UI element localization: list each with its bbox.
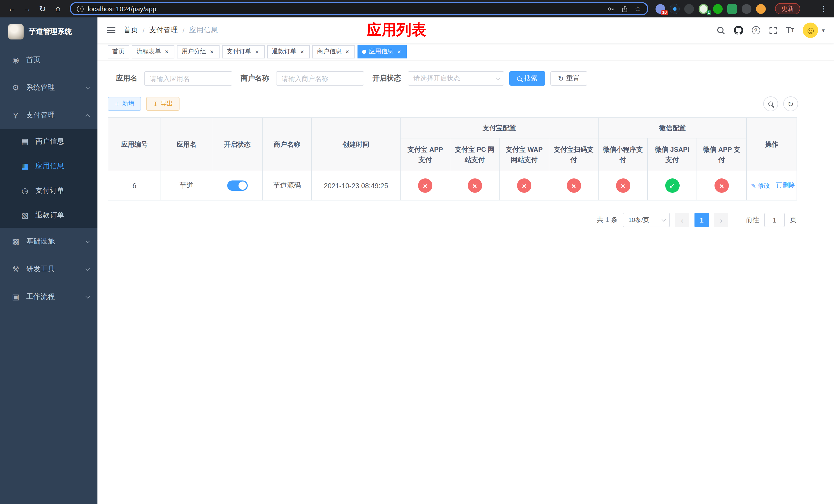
tab-process-form[interactable]: 流程表单 × bbox=[132, 45, 174, 58]
breadcrumb-payment[interactable]: 支付管理 bbox=[149, 26, 178, 35]
home-icon[interactable]: ⌂ bbox=[51, 2, 65, 15]
tab-app-info[interactable]: 应用信息 × bbox=[357, 45, 407, 58]
browser-menu-icon[interactable]: ⋮ bbox=[819, 4, 829, 13]
site-info-icon[interactable]: i bbox=[77, 5, 84, 12]
forward-icon[interactable]: → bbox=[21, 2, 34, 15]
tab-user-group[interactable]: 用户分组 × bbox=[177, 45, 220, 58]
export-button[interactable]: ↧ 导出 bbox=[146, 97, 179, 111]
close-icon[interactable]: × bbox=[396, 48, 402, 55]
sidebar-item-label: 研发工具 bbox=[26, 265, 55, 274]
alipay-app-status-icon: × bbox=[418, 178, 432, 193]
fullscreen-icon[interactable] bbox=[769, 26, 777, 35]
bookmark-star-icon[interactable]: ☆ bbox=[635, 5, 641, 13]
password-key-icon[interactable] bbox=[608, 5, 615, 13]
refresh-table-button[interactable]: ↻ bbox=[783, 96, 798, 111]
wechat-jsapi-status-icon: ✓ bbox=[665, 178, 679, 193]
font-size-icon[interactable]: TT bbox=[786, 26, 794, 35]
merchant-name-input[interactable] bbox=[276, 71, 364, 86]
search-button[interactable]: 搜索 bbox=[509, 71, 545, 86]
table-toolbar: + 新增 ↧ 导出 ↻ bbox=[108, 96, 798, 111]
search-icon bbox=[768, 101, 773, 106]
close-icon[interactable]: × bbox=[163, 48, 170, 55]
add-button[interactable]: + 新增 bbox=[108, 97, 141, 111]
toggle-search-button[interactable] bbox=[763, 96, 778, 111]
sidebar-item-label: 首页 bbox=[26, 55, 41, 65]
sidebar-item-workflow[interactable]: ▣ 工作流程 bbox=[0, 283, 97, 311]
extension-icon-notes[interactable] bbox=[727, 4, 737, 14]
search-icon[interactable] bbox=[716, 26, 725, 35]
goto-page-input[interactable] bbox=[764, 213, 785, 227]
close-icon[interactable]: × bbox=[299, 48, 305, 55]
apps-table: 应用编号 应用名 开启状态 商户名称 创建时间 支付宝配置 微信配置 操作 支付… bbox=[108, 117, 797, 201]
tab-refund-order[interactable]: 退款订单 × bbox=[267, 45, 310, 58]
column-header-wechat-mini: 微信小程序支付 bbox=[598, 138, 648, 171]
sidebar-item-payment[interactable]: ¥ 支付管理 bbox=[0, 101, 97, 129]
share-icon[interactable] bbox=[621, 5, 629, 13]
user-avatar: ☺ bbox=[803, 23, 818, 38]
reset-button[interactable]: ↻ 重置 bbox=[550, 71, 587, 86]
plus-icon: + bbox=[114, 100, 119, 108]
breadcrumb-home[interactable]: 首页 bbox=[124, 26, 138, 35]
column-header-create-time: 创建时间 bbox=[312, 118, 400, 171]
navbar-actions: ? TT ☺ ▾ bbox=[716, 23, 834, 38]
extension-icon-dark[interactable] bbox=[684, 4, 694, 14]
github-icon[interactable] bbox=[734, 26, 743, 35]
extension-icon-drop[interactable] bbox=[670, 4, 680, 14]
cell-app-id: 6 bbox=[108, 171, 161, 200]
column-header-merchant: 商户名称 bbox=[262, 118, 312, 171]
grid-icon: ▦ bbox=[21, 161, 29, 171]
sidebar-item-merchant-info[interactable]: ▤ 商户信息 bbox=[0, 129, 97, 154]
sidebar-item-infra[interactable]: ▩ 基础设施 bbox=[0, 228, 97, 255]
column-header-alipay-pc: 支付宝 PC 网站支付 bbox=[450, 138, 499, 171]
sidebar-item-label: 系统管理 bbox=[26, 83, 55, 92]
next-page-button[interactable]: › bbox=[714, 213, 728, 227]
refresh-icon: ↻ bbox=[788, 100, 793, 108]
edit-icon: ✎ bbox=[751, 183, 756, 190]
sidebar-item-devtools[interactable]: ⚒ 研发工具 bbox=[0, 255, 97, 283]
back-icon[interactable]: ← bbox=[5, 2, 19, 15]
omnibox-actions: ☆ bbox=[608, 5, 641, 13]
chrome-update-button[interactable]: 更新 bbox=[775, 3, 800, 14]
logo-avatar bbox=[8, 24, 24, 40]
extension-icon-pin[interactable] bbox=[742, 4, 751, 14]
status-select[interactable]: 请选择开启状态 bbox=[408, 71, 504, 86]
edit-button[interactable]: ✎ 修改 bbox=[751, 182, 770, 190]
tab-home[interactable]: 首页 bbox=[108, 45, 129, 58]
merchant-name-label: 商户名称 bbox=[241, 74, 269, 83]
group-header-alipay: 支付宝配置 bbox=[400, 118, 598, 138]
help-icon[interactable]: ? bbox=[752, 26, 760, 35]
close-icon[interactable]: × bbox=[209, 48, 215, 55]
user-menu[interactable]: ☺ ▾ bbox=[803, 23, 825, 38]
hamburger-icon[interactable] bbox=[97, 18, 124, 43]
profile-avatar-icon[interactable] bbox=[756, 4, 766, 14]
sidebar-item-refund-order[interactable]: ▧ 退款订单 bbox=[0, 203, 97, 228]
extension-icon-wechat[interactable] bbox=[713, 4, 723, 14]
sidebar-item-app-info[interactable]: ▦ 应用信息 bbox=[0, 154, 97, 178]
tab-pay-order[interactable]: 支付订单 × bbox=[222, 45, 265, 58]
tab-merchant-info[interactable]: 商户信息 × bbox=[312, 45, 355, 58]
breadcrumb-current: 应用信息 bbox=[189, 26, 218, 35]
wechat-mini-status-icon: × bbox=[616, 178, 630, 193]
address-bar[interactable]: i localhost:1024/pay/app ☆ bbox=[70, 2, 648, 15]
page-number-current[interactable]: 1 bbox=[695, 213, 709, 227]
app-name-input[interactable] bbox=[144, 71, 232, 86]
page-size-select[interactable]: 10条/页 bbox=[623, 213, 670, 227]
extension-badge: 1 bbox=[706, 10, 711, 15]
sidebar-item-home[interactable]: ◉ 首页 bbox=[0, 46, 97, 74]
alipay-wap-status-icon: × bbox=[517, 178, 531, 193]
extension-icon-grid[interactable]: 10 bbox=[656, 4, 665, 14]
sidebar-item-pay-order[interactable]: ◷ 支付订单 bbox=[0, 178, 97, 203]
refresh-icon: ↻ bbox=[558, 75, 564, 82]
extension-icon-leaf[interactable]: 1 bbox=[699, 4, 708, 14]
document-icon: ▧ bbox=[21, 211, 29, 220]
prev-page-button[interactable]: ‹ bbox=[675, 213, 689, 227]
sidebar-item-system[interactable]: ⚙ 系统管理 bbox=[0, 74, 97, 101]
page-title: 应用列表 bbox=[367, 20, 426, 41]
reload-icon[interactable]: ↻ bbox=[36, 2, 49, 15]
status-toggle[interactable] bbox=[227, 181, 247, 191]
sidebar-logo[interactable]: 芋道管理系统 bbox=[0, 18, 97, 46]
delete-button[interactable]: 删除 bbox=[777, 181, 795, 190]
column-header-actions: 操作 bbox=[747, 118, 797, 171]
close-icon[interactable]: × bbox=[254, 48, 260, 55]
close-icon[interactable]: × bbox=[344, 48, 350, 55]
